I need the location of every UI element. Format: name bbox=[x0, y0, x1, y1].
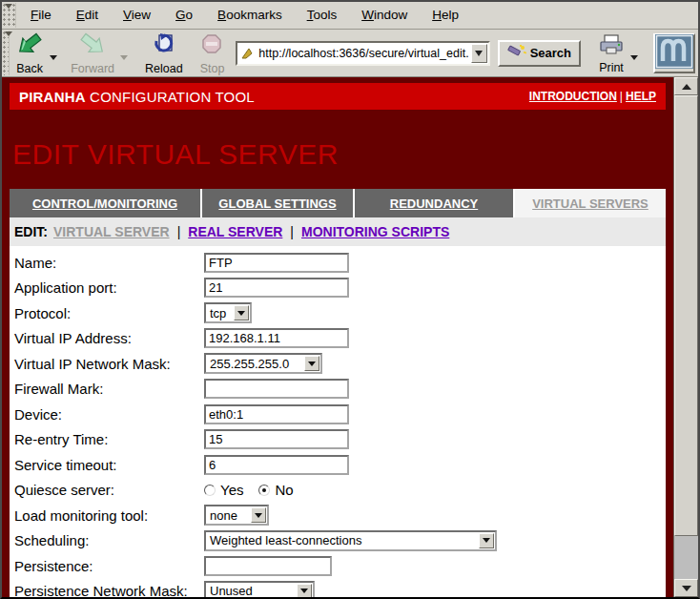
name-label: Name: bbox=[14, 255, 204, 271]
reload-button[interactable]: Reload bbox=[141, 31, 187, 76]
virtual-ip-input[interactable] bbox=[204, 328, 349, 348]
menu-help[interactable]: Help bbox=[420, 2, 471, 29]
persistence-netmask-select[interactable]: Unused bbox=[204, 581, 315, 597]
url-bookmark-icon[interactable] bbox=[237, 47, 257, 60]
form-row: Persistence Network Mask: Unused bbox=[14, 579, 666, 598]
scheduling-label: Scheduling: bbox=[14, 532, 204, 548]
name-input[interactable] bbox=[204, 253, 349, 273]
scroll-up-button[interactable] bbox=[674, 77, 698, 95]
print-label: Print bbox=[599, 61, 624, 74]
edit-prefix: EDIT: bbox=[14, 224, 48, 239]
forward-arrow-icon bbox=[78, 31, 107, 61]
service-timeout-label: Service timeout: bbox=[14, 457, 204, 473]
reload-icon bbox=[152, 32, 176, 61]
tab-virtual-servers[interactable]: VIRTUAL SERVERS bbox=[515, 189, 666, 217]
quiesce-no-radio[interactable] bbox=[258, 485, 270, 496]
chevron-down-icon bbox=[475, 51, 483, 56]
subnav-monitoring-scripts[interactable]: MONITORING SCRIPTS bbox=[301, 224, 449, 239]
reentry-time-label: Re-entry Time: bbox=[14, 431, 204, 447]
url-input[interactable]: http://localhost:3636/secure/virtual_edi… bbox=[257, 47, 470, 60]
load-monitoring-select[interactable]: none bbox=[204, 505, 269, 526]
arrow-up-icon bbox=[682, 84, 691, 90]
quiesce-yes-label: Yes bbox=[220, 482, 243, 498]
protocol-label: Protocol: bbox=[14, 305, 204, 321]
print-button[interactable]: Print bbox=[594, 31, 628, 75]
dropdown-arrow-icon bbox=[251, 507, 266, 523]
protocol-select[interactable]: tcp bbox=[204, 302, 252, 323]
select-value: tcp bbox=[206, 306, 234, 320]
tab-redundancy[interactable]: REDUNDANCY bbox=[355, 189, 513, 217]
subnav-real-server[interactable]: REAL SERVER bbox=[188, 224, 282, 239]
reentry-time-input[interactable] bbox=[204, 429, 349, 449]
browser-viewport: PIRANHA CONFIGURATION TOOL INTRODUCTION|… bbox=[2, 77, 698, 597]
select-value: Weighted least-connections bbox=[206, 533, 479, 547]
load-monitoring-label: Load monitoring tool: bbox=[14, 507, 204, 524]
tab-global-settings[interactable]: GLOBAL SETTINGS bbox=[202, 189, 353, 217]
scheduling-select[interactable]: Weighted least-connections bbox=[204, 530, 497, 551]
search-flashlight-icon bbox=[507, 44, 526, 62]
scroll-down-button[interactable] bbox=[674, 579, 698, 597]
subnav-separator: | bbox=[170, 224, 189, 239]
arrow-down-icon bbox=[682, 586, 691, 591]
brand-title: PIRANHA CONFIGURATION TOOL bbox=[19, 89, 255, 105]
menu-tools[interactable]: Tools bbox=[295, 2, 350, 29]
form-row: Service timeout: bbox=[14, 452, 666, 478]
back-history-dropdown-icon[interactable] bbox=[50, 55, 57, 60]
back-label: Back bbox=[16, 62, 43, 75]
firewall-mark-input[interactable] bbox=[204, 379, 349, 399]
menu-bookmarks[interactable]: Bookmarks bbox=[205, 2, 295, 29]
subnav-virtual-server[interactable]: VIRTUAL SERVER bbox=[53, 224, 170, 239]
stop-button[interactable]: Stop bbox=[196, 31, 229, 76]
form-row: Name: bbox=[14, 250, 666, 276]
tab-control-monitoring[interactable]: CONTROL/MONITORING bbox=[10, 189, 200, 217]
vertical-scrollbar[interactable] bbox=[673, 77, 698, 597]
reload-label: Reload bbox=[145, 62, 183, 75]
virtual-ip-netmask-label: Virtual IP Network Mask: bbox=[14, 356, 204, 372]
subnav-separator: | bbox=[282, 224, 301, 239]
url-bar[interactable]: http://localhost:3636/secure/virtual_edi… bbox=[236, 41, 489, 66]
forward-label: Forward bbox=[71, 62, 114, 75]
search-button[interactable]: Search bbox=[498, 40, 581, 67]
piranha-page: PIRANHA CONFIGURATION TOOL INTRODUCTION|… bbox=[2, 77, 673, 597]
link-separator: | bbox=[617, 90, 626, 103]
back-button[interactable]: Back bbox=[11, 30, 48, 76]
toolbar-grippy-handle[interactable] bbox=[3, 3, 16, 28]
form-row: Virtual IP Network Mask: 255.255.255.0 bbox=[14, 351, 666, 377]
mozilla-logo-icon bbox=[655, 34, 693, 72]
persistence-input[interactable] bbox=[204, 556, 332, 576]
forward-button[interactable]: Forward bbox=[67, 30, 118, 76]
scrollbar-track[interactable] bbox=[674, 95, 698, 579]
service-timeout-input[interactable] bbox=[204, 455, 349, 475]
menu-file[interactable]: File bbox=[18, 2, 64, 29]
page-title: EDIT VIRTUAL SERVER bbox=[12, 138, 666, 171]
quiesce-no-label: No bbox=[275, 482, 293, 498]
scrollbar-thumb[interactable] bbox=[674, 95, 698, 536]
firewall-mark-label: Firewall Mark: bbox=[14, 381, 204, 397]
form-row: Application port: bbox=[14, 276, 666, 301]
mozilla-logo-button[interactable] bbox=[653, 33, 695, 73]
help-link[interactable]: HELP bbox=[626, 90, 656, 103]
content-panel: CONTROL/MONITORING GLOBAL SETTINGS REDUN… bbox=[10, 189, 666, 597]
menu-bar: File Edit View Go Bookmarks Tools Window… bbox=[2, 2, 698, 30]
persistence-label: Persistence: bbox=[14, 558, 204, 574]
toolbar-grippy-handle[interactable] bbox=[3, 31, 10, 75]
device-input[interactable] bbox=[204, 404, 349, 424]
introduction-link[interactable]: INTRODUCTION bbox=[529, 90, 617, 103]
form-row: Protocol: tcp bbox=[14, 300, 666, 326]
forward-history-dropdown-icon[interactable] bbox=[120, 55, 128, 60]
menu-window[interactable]: Window bbox=[349, 2, 420, 29]
menu-view[interactable]: View bbox=[111, 2, 163, 29]
url-dropdown-button[interactable] bbox=[471, 44, 487, 63]
menu-go[interactable]: Go bbox=[163, 2, 205, 29]
persistence-netmask-label: Persistence Network Mask: bbox=[14, 583, 204, 597]
form-row: Virtual IP Address: bbox=[14, 326, 666, 352]
dropdown-arrow-icon bbox=[304, 356, 319, 371]
print-dropdown-icon[interactable] bbox=[630, 55, 638, 60]
menu-edit[interactable]: Edit bbox=[64, 2, 111, 29]
form-row: Firewall Mark: bbox=[14, 377, 666, 403]
virtual-ip-netmask-select[interactable]: 255.255.255.0 bbox=[204, 353, 322, 374]
search-label: Search bbox=[530, 46, 571, 60]
browser-window: File Edit View Go Bookmarks Tools Window… bbox=[0, 0, 700, 599]
quiesce-yes-radio[interactable] bbox=[204, 485, 216, 496]
application-port-input[interactable] bbox=[204, 278, 349, 298]
